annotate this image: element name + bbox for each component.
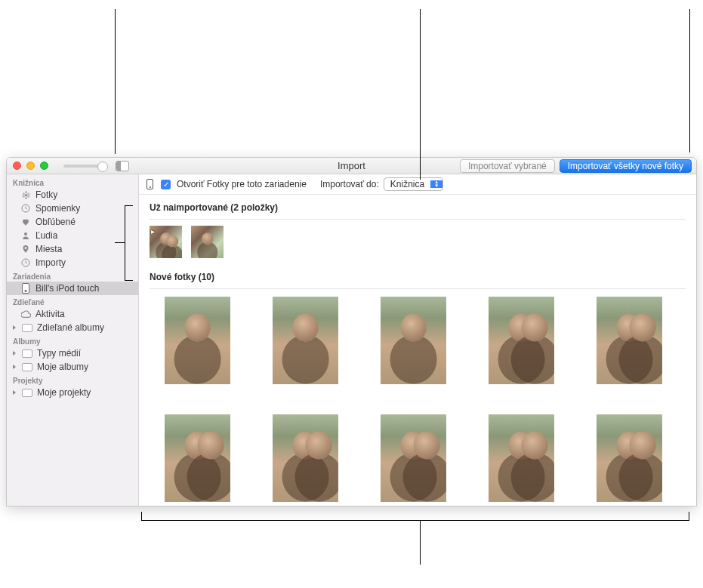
- album-icon: [22, 389, 32, 397]
- svg-point-3: [27, 195, 29, 197]
- sidebar-section-albums: Albumy: [7, 334, 138, 346]
- callout-line: [420, 530, 421, 565]
- cloud-icon: [20, 310, 31, 318]
- new-photos-header: Nové fotky (10): [139, 264, 696, 287]
- photos-import-window: Import Importovať vybrané Importovať vše…: [6, 157, 697, 506]
- sidebar-item-label: Moje albumy: [37, 362, 88, 372]
- callout-bracket: [125, 280, 133, 281]
- person-icon: [20, 231, 31, 240]
- photo-thumbnail[interactable]: [165, 414, 230, 502]
- open-photos-label: Otvoriť Fotky pre toto zariadenie: [177, 179, 307, 189]
- sidebar-item-label: Typy médií: [37, 348, 81, 359]
- sidebar-item-people[interactable]: Ľudia: [7, 229, 138, 242]
- zoom-button[interactable]: [40, 162, 48, 170]
- callout-bracket: [125, 205, 125, 280]
- sidebar-item-label: Spomienky: [35, 203, 80, 214]
- photo-thumbnail[interactable]: [597, 414, 662, 502]
- svg-point-2: [27, 192, 29, 195]
- photo-thumbnail[interactable]: [489, 297, 554, 384]
- photo-thumbnail[interactable]: [273, 414, 338, 502]
- photo-thumbnail[interactable]: [191, 226, 224, 258]
- sidebar-item-my-albums[interactable]: Moje albumy: [7, 360, 138, 374]
- sidebar-item-label: Moje projekty: [37, 387, 91, 398]
- callout-bracket: [689, 512, 689, 521]
- photo-thumbnail[interactable]: [273, 297, 338, 384]
- titlebar: Import Importovať vybrané Importovať vše…: [7, 158, 696, 174]
- callout-bracket: [115, 242, 125, 243]
- sidebar-item-label: Zdieľané albumy: [37, 322, 104, 333]
- import-to-label: Importovať do:: [320, 179, 379, 189]
- sidebar-item-photos[interactable]: Fotky: [7, 188, 138, 202]
- import-selected-button[interactable]: Importovať vybrané: [460, 159, 555, 173]
- sidebar-item-label: Fotky: [35, 189, 57, 200]
- sidebar-item-imports[interactable]: Importy: [7, 256, 138, 269]
- photos-icon: [20, 190, 31, 200]
- sidebar-item-label: Importy: [35, 257, 66, 268]
- sidebar-item-places[interactable]: Miesta: [7, 242, 138, 256]
- album-icon: [22, 349, 32, 358]
- sidebar-item-shared-albums[interactable]: Zdieľané albumy: [7, 321, 138, 334]
- import-options-bar: ✓ Otvoriť Fotky pre toto zariadenie Impo…: [139, 174, 696, 195]
- sidebar-item-favorites[interactable]: Obľúbené: [7, 215, 138, 229]
- sidebar: Knižnica Fotky Spomienky Obľúbené: [7, 174, 139, 506]
- chevron-up-down-icon: ▲▼: [430, 180, 442, 188]
- photo-thumbnail[interactable]: [381, 297, 446, 384]
- thumbnail-zoom-slider[interactable]: [63, 165, 105, 168]
- sidebar-section-library: Knižnica: [7, 176, 138, 188]
- sidebar-section-projects: Projekty: [7, 374, 138, 386]
- already-imported-row: ▸: [139, 220, 696, 264]
- content-area: ✓ Otvoriť Fotky pre toto zariadenie Impo…: [139, 174, 696, 506]
- svg-point-8: [24, 232, 27, 236]
- import-to-value: Knižnica: [384, 178, 430, 190]
- clock-icon: [20, 258, 31, 267]
- svg-point-1: [24, 191, 26, 193]
- callout-bracket: [420, 520, 421, 530]
- sidebar-item-memories[interactable]: Spomienky: [7, 202, 138, 215]
- photo-thumbnail[interactable]: [489, 414, 554, 502]
- photo-thumbnail[interactable]: [597, 297, 662, 384]
- sidebar-toggle-icon[interactable]: [116, 161, 129, 171]
- sidebar-item-activity[interactable]: Aktivita: [7, 307, 138, 321]
- callout-line: [689, 9, 690, 152]
- already-imported-header: Už naimportované (2 položky): [139, 195, 696, 217]
- sidebar-item-label: Miesta: [35, 244, 62, 254]
- callout-line: [115, 9, 116, 154]
- sidebar-item-media-types[interactable]: Typy médií: [7, 346, 138, 360]
- callout-bracket: [125, 205, 133, 206]
- callout-line: [420, 9, 421, 180]
- sidebar-item-label: Aktivita: [35, 309, 65, 319]
- photo-thumbnail[interactable]: ▸: [150, 226, 182, 258]
- heart-icon: [20, 217, 31, 226]
- sidebar-section-shared: Zdieľané: [7, 295, 138, 307]
- sidebar-section-devices: Zariadenia: [7, 269, 138, 282]
- sidebar-item-label: Bill's iPod touch: [35, 283, 99, 294]
- album-icon: [22, 363, 32, 371]
- photo-thumbnail[interactable]: [381, 414, 446, 502]
- pin-icon: [20, 245, 31, 254]
- callout-bracket: [141, 520, 689, 521]
- sidebar-item-device[interactable]: Bill's iPod touch: [7, 282, 138, 295]
- disclosure-triangle-icon[interactable]: [13, 365, 16, 369]
- svg-point-4: [24, 196, 26, 199]
- sidebar-item-label: Ľudia: [35, 230, 57, 241]
- device-icon: [20, 283, 31, 294]
- disclosure-triangle-icon[interactable]: [13, 351, 16, 356]
- svg-point-6: [22, 192, 24, 195]
- sidebar-item-my-projects[interactable]: Moje projekty: [7, 386, 138, 399]
- album-icon: [22, 324, 32, 332]
- video-icon: ▸: [151, 227, 155, 236]
- minimize-button[interactable]: [26, 162, 35, 170]
- device-icon: [146, 179, 153, 189]
- disclosure-triangle-icon[interactable]: [13, 390, 16, 395]
- disclosure-triangle-icon[interactable]: [13, 325, 16, 330]
- window-controls: [13, 162, 48, 170]
- open-photos-checkbox[interactable]: ✓: [161, 180, 171, 189]
- import-all-new-button[interactable]: Importovať všetky nové fotky: [560, 159, 692, 173]
- close-button[interactable]: [13, 162, 21, 170]
- callout-bracket: [141, 512, 142, 521]
- new-photos-grid: [139, 289, 696, 506]
- svg-point-5: [22, 195, 24, 197]
- import-to-popup[interactable]: Knižnica ▲▼: [384, 177, 443, 191]
- svg-point-0: [24, 193, 26, 195]
- photo-thumbnail[interactable]: [165, 297, 230, 384]
